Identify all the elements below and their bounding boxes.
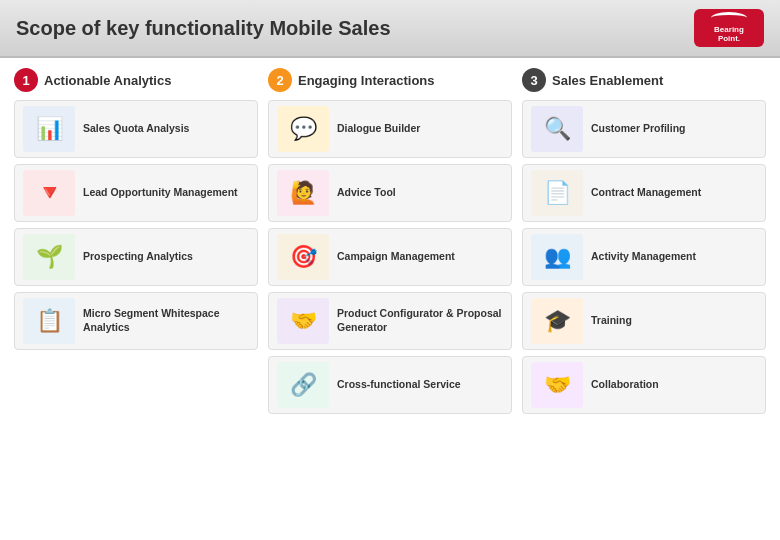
section-label-2: Engaging Interactions (298, 73, 435, 88)
section-header-1: 1 Actionable Analytics (14, 68, 258, 92)
list-item[interactable]: 🙋Advice Tool (268, 164, 512, 222)
list-item[interactable]: 💬Dialogue Builder (268, 100, 512, 158)
card-label: Product Configurator & Proposal Generato… (337, 307, 503, 334)
card-icon: 📊 (23, 106, 75, 152)
section-header-3: 3 Sales Enablement (522, 68, 766, 92)
card-icon: 🤝 (277, 298, 329, 344)
card-label: Activity Management (591, 250, 696, 264)
card-label: Prospecting Analytics (83, 250, 193, 264)
list-item[interactable]: 🤝Product Configurator & Proposal Generat… (268, 292, 512, 350)
card-icon: 📄 (531, 170, 583, 216)
section-label-1: Actionable Analytics (44, 73, 171, 88)
card-label: Lead Opportunity Management (83, 186, 238, 200)
list-item[interactable]: 🎯Campaign Management (268, 228, 512, 286)
column-1: 📊Sales Quota Analysis🔻Lead Opportunity M… (14, 100, 258, 534)
section-number-3: 3 (522, 68, 546, 92)
section-number-2: 2 (268, 68, 292, 92)
card-icon: 📋 (23, 298, 75, 344)
card-label: Dialogue Builder (337, 122, 420, 136)
logo-text: BearingPoint. (714, 25, 744, 44)
card-label: Contract Management (591, 186, 701, 200)
list-item[interactable]: 📊Sales Quota Analysis (14, 100, 258, 158)
card-label: Customer Profiling (591, 122, 686, 136)
card-icon: 🤝 (531, 362, 583, 408)
card-label: Sales Quota Analysis (83, 122, 189, 136)
sections-row: 1 Actionable Analytics 2 Engaging Intera… (14, 68, 766, 92)
card-icon: 👥 (531, 234, 583, 280)
card-icon: 🎓 (531, 298, 583, 344)
list-item[interactable]: 🎓Training (522, 292, 766, 350)
card-icon: 🙋 (277, 170, 329, 216)
list-item[interactable]: 📄Contract Management (522, 164, 766, 222)
section-number-1: 1 (14, 68, 38, 92)
card-icon: 💬 (277, 106, 329, 152)
card-icon: 🔍 (531, 106, 583, 152)
card-label: Training (591, 314, 632, 328)
list-item[interactable]: 🤝Collaboration (522, 356, 766, 414)
column-3: 🔍Customer Profiling📄Contract Management👥… (522, 100, 766, 534)
card-icon: 🌱 (23, 234, 75, 280)
list-item[interactable]: 🔍Customer Profiling (522, 100, 766, 158)
logo: BearingPoint. (694, 9, 764, 47)
page-title: Scope of key functionality Mobile Sales (16, 17, 391, 40)
list-item[interactable]: 📋Micro Segment Whitespace Analytics (14, 292, 258, 350)
card-label: Advice Tool (337, 186, 396, 200)
card-label: Cross-functional Service (337, 378, 461, 392)
page-header: Scope of key functionality Mobile Sales … (0, 0, 780, 58)
card-label: Collaboration (591, 378, 659, 392)
column-2: 💬Dialogue Builder🙋Advice Tool🎯Campaign M… (268, 100, 512, 534)
section-label-3: Sales Enablement (552, 73, 663, 88)
card-icon: 🔗 (277, 362, 329, 408)
list-item[interactable]: 👥Activity Management (522, 228, 766, 286)
card-label: Micro Segment Whitespace Analytics (83, 307, 249, 334)
main-content: 1 Actionable Analytics 2 Engaging Intera… (0, 58, 780, 540)
list-item[interactable]: 🌱Prospecting Analytics (14, 228, 258, 286)
card-icon: 🎯 (277, 234, 329, 280)
list-item[interactable]: 🔗Cross-functional Service (268, 356, 512, 414)
card-icon: 🔻 (23, 170, 75, 216)
card-label: Campaign Management (337, 250, 455, 264)
logo-arc (711, 12, 747, 24)
cards-container: 📊Sales Quota Analysis🔻Lead Opportunity M… (14, 100, 766, 534)
list-item[interactable]: 🔻Lead Opportunity Management (14, 164, 258, 222)
section-header-2: 2 Engaging Interactions (268, 68, 512, 92)
